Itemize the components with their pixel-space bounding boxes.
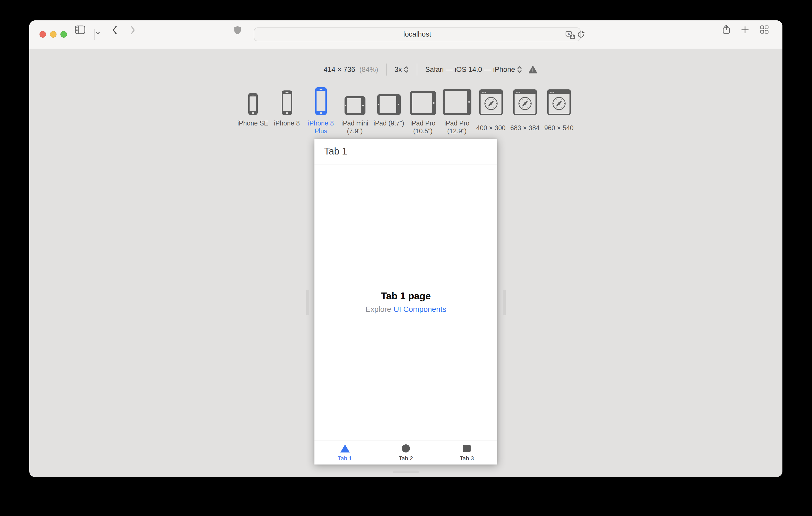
device-label: 960 × 540 [544, 124, 574, 132]
page-content: Tab 1 page Explore UI Components [314, 164, 497, 440]
device-label: iPad Pro (10.5") [406, 119, 440, 135]
fullscreen-window-button[interactable] [60, 31, 67, 38]
device-preset-row: iPhone SE iPhone 8 iPhone 8 Plus iPad mi… [29, 86, 782, 135]
device-label: iPhone SE [237, 119, 268, 127]
device-ipad-pro-105[interactable]: iPad Pro (10.5") [406, 86, 440, 135]
resize-handle-bottom[interactable] [393, 471, 419, 473]
preset-400x300[interactable]: 400 × 300 [474, 86, 508, 135]
browser-window-icon [547, 89, 571, 115]
iphone-icon [315, 87, 327, 115]
iphone-icon [282, 90, 292, 115]
device-label: iPhone 8 [274, 119, 300, 127]
updown-chevrons-icon [517, 66, 522, 73]
page-subtitle: Explore UI Components [366, 305, 446, 314]
pixel-ratio-value: 3x [395, 66, 402, 74]
tab-2[interactable]: Tab 2 [375, 441, 436, 464]
device-label: 400 × 300 [476, 124, 506, 132]
device-iphone-8[interactable]: iPhone 8 [270, 86, 304, 135]
ipad-icon [345, 96, 366, 115]
safari-window: localhost 414 × 736 (84%) 3x Safari [29, 20, 782, 477]
tab-1[interactable]: Tab 1 [314, 441, 375, 464]
triangle-icon [340, 444, 350, 453]
page-title: Tab 1 page [381, 291, 431, 302]
close-window-button[interactable] [39, 31, 46, 38]
subtitle-text: Explore [366, 305, 391, 314]
ipad-icon [377, 94, 401, 115]
device-label: iPhone 8 Plus [304, 119, 338, 135]
address-bar[interactable]: localhost [254, 27, 581, 41]
page-nav-bar: Tab 1 [314, 139, 497, 164]
device-iphone-se[interactable]: iPhone SE [236, 86, 270, 135]
resize-handle-right[interactable] [503, 290, 506, 315]
desktop: { "titlebar": { "traffic_lights": ["clos… [0, 0, 812, 516]
user-agent-value: Safari — iOS 14.0 — iPhone [425, 66, 515, 74]
browser-window-icon [479, 89, 503, 115]
rdm-divider [386, 63, 387, 75]
device-label: 683 × 384 [511, 124, 540, 132]
ipad-icon [410, 91, 436, 115]
tab-label: Tab 2 [399, 455, 413, 462]
preset-960x540[interactable]: 960 × 540 [542, 86, 576, 135]
device-label: iPad (9.7") [374, 119, 404, 127]
iphone-icon [248, 93, 258, 115]
rdm-divider [417, 63, 417, 75]
circle-icon [402, 444, 410, 453]
updown-chevrons-icon [404, 66, 409, 73]
ipad-icon [443, 89, 471, 115]
zoom-percentage: (84%) [359, 66, 378, 74]
pixel-ratio-select[interactable]: 3x [395, 66, 409, 74]
resize-handle-left[interactable] [306, 290, 309, 315]
browser-window-icon [513, 89, 537, 115]
device-ipad-mini[interactable]: iPad mini (7.9") [338, 86, 372, 135]
tab-3[interactable]: Tab 3 [436, 441, 497, 464]
tab-label: Tab 3 [460, 455, 474, 462]
device-iphone-8-plus[interactable]: iPhone 8 Plus [304, 86, 338, 135]
warning-triangle-icon [528, 66, 537, 74]
minimize-window-button[interactable] [50, 31, 57, 38]
warning-button[interactable] [528, 66, 537, 74]
device-label: iPad Pro (12.9") [440, 119, 474, 135]
simulated-viewport: Tab 1 Tab 1 page Explore UI Components T… [314, 139, 497, 464]
preset-683x384[interactable]: 683 × 384 [508, 86, 542, 135]
browser-titlebar: localhost [29, 20, 782, 49]
device-ipad-pro-129[interactable]: iPad Pro (12.9") [440, 86, 474, 135]
ui-components-link[interactable]: UI Components [394, 305, 446, 314]
rdm-toolbar: 414 × 736 (84%) 3x Safari — iOS 14.0 — i… [54, 61, 782, 78]
square-icon [463, 445, 471, 452]
bottom-tab-bar: Tab 1 Tab 2 Tab 3 [314, 440, 497, 464]
user-agent-select[interactable]: Safari — iOS 14.0 — iPhone [425, 66, 522, 74]
device-label: iPad mini (7.9") [338, 119, 372, 135]
nav-title: Tab 1 [324, 146, 347, 157]
tab-label: Tab 1 [338, 455, 352, 462]
url-text: localhost [254, 28, 580, 41]
viewport-size-field[interactable]: 414 × 736 [324, 66, 355, 74]
device-ipad[interactable]: iPad (9.7") [372, 86, 406, 135]
toolbar-divider [94, 29, 95, 40]
